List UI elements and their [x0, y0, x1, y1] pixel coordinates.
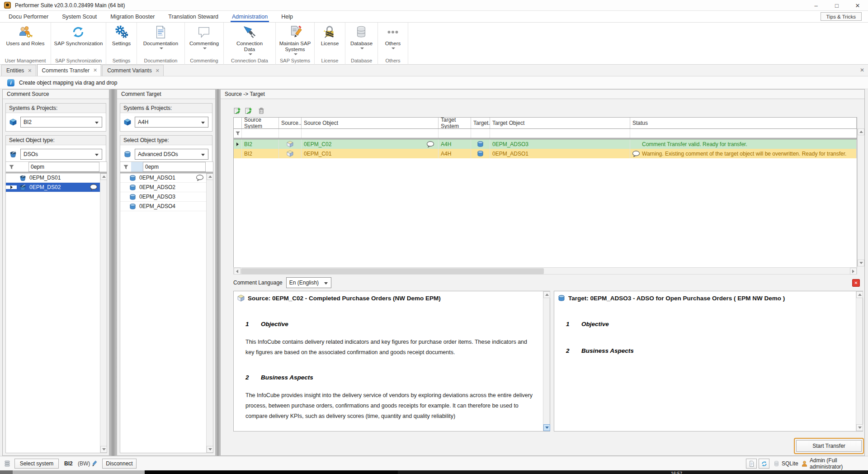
list-item-0epm-adso1[interactable]: 0EPM_ADSO1 — [120, 173, 213, 183]
minimize-button[interactable]: – — [806, 0, 826, 11]
scroll-right-button[interactable] — [850, 268, 857, 275]
close-tab-icon[interactable]: ✕ — [28, 68, 32, 74]
start-transfer-button[interactable]: Start Transfer — [796, 440, 862, 452]
tree-item-0epm-ds01[interactable]: 0EPM_DS01 — [6, 173, 107, 183]
menu-system-scout[interactable]: System Scout — [55, 11, 104, 23]
scrollbar-thumb[interactable] — [241, 268, 544, 274]
table-vertical-scrollbar[interactable] — [857, 128, 864, 266]
target-comment-scrollbar[interactable] — [856, 291, 863, 431]
col-target-type[interactable]: Target... — [471, 118, 490, 128]
disconnect-button[interactable]: Disconnect — [102, 459, 137, 469]
scroll-up-button[interactable] — [100, 173, 107, 180]
scroll-up-button[interactable] — [207, 173, 213, 180]
source-filter-input[interactable]: 0epm — [28, 162, 99, 172]
ribbon-commenting[interactable]: Commenting — [187, 23, 222, 57]
expander-icon[interactable] — [6, 185, 17, 189]
ribbon-users-and-roles[interactable]: Users and Roles — [3, 23, 47, 57]
ribbon-documentation[interactable]: Documentation — [141, 23, 181, 57]
filter-funnel-icon — [234, 129, 242, 138]
comment-language-select[interactable]: En (English) — [286, 277, 331, 288]
maximize-button[interactable]: □ — [826, 0, 847, 11]
menu-migration-booster[interactable]: Migration Booster — [104, 11, 161, 23]
scroll-down-button[interactable] — [856, 424, 863, 431]
ribbon-connection-data[interactable]: Connection Data — [231, 23, 269, 57]
scroll-down-button[interactable] — [543, 424, 550, 431]
lock-icon — [322, 24, 337, 40]
scroll-down-button[interactable] — [858, 260, 864, 266]
ribbon-group-sap-systems: Maintain SAP Systems SAP Systems — [276, 23, 315, 65]
mapping-row-warning[interactable]: BI2 0EPM_C01 A4H 0EPM_ADSO1 Warning. Exi… — [234, 149, 857, 158]
splitter-handle[interactable] — [109, 89, 117, 456]
source-system-select[interactable]: BI2 — [20, 117, 102, 128]
menu-translation-steward[interactable]: Translation Steward — [161, 11, 225, 23]
mapping-row-valid[interactable]: BI2 0EPM_C02 A4H 0EPM_ADSO3 Comment Tran… — [234, 139, 857, 149]
tab-entities[interactable]: Entities ✕ — [1, 65, 36, 76]
scroll-left-button[interactable] — [234, 268, 241, 275]
dso-icon — [9, 151, 17, 158]
comment-source-panel: Comment Source Systems & Projects: BI2 S… — [2, 89, 109, 456]
source-tree-scrollbar[interactable] — [100, 173, 107, 453]
taskbar-strip: 16:57 — [0, 470, 868, 474]
target-objecttype-groupbox: Select Object type: Advanced DSOs — [120, 135, 212, 164]
source-comment-scrollbar[interactable] — [543, 291, 550, 431]
target-list-scrollbar[interactable] — [206, 173, 213, 453]
col-source-type[interactable]: Source... — [279, 118, 302, 128]
close-tabbar-icon[interactable]: ✕ — [860, 67, 864, 73]
scroll-up-button[interactable] — [856, 291, 863, 298]
tab-comments-transfer[interactable]: Comments Transfer ✕ — [37, 64, 102, 76]
target-filter-row[interactable]: 0epm — [120, 162, 213, 172]
menu-docu-performer[interactable]: Docu Performer — [2, 11, 55, 23]
close-tab-icon[interactable]: ✕ — [156, 68, 160, 74]
scroll-up-button[interactable] — [543, 291, 550, 298]
sync-icon — [71, 24, 85, 40]
ribbon-settings[interactable]: Settings — [109, 23, 134, 57]
mapping-filter-row[interactable] — [234, 129, 857, 138]
target-system-select[interactable]: A4H — [135, 117, 208, 128]
target-systems-groupbox: Systems & Projects: A4H — [120, 103, 212, 132]
ribbon-sap-synchronization[interactable]: SAP Synchronization — [52, 23, 106, 57]
target-objecttype-select[interactable]: Advanced DSOs — [135, 149, 208, 160]
close-tab-icon[interactable]: ✕ — [93, 67, 97, 73]
close-comment-preview-button[interactable]: ✕ — [852, 279, 860, 287]
ribbon-database[interactable]: Database — [348, 23, 375, 57]
app-logo-icon — [4, 2, 11, 9]
table-horizontal-scrollbar[interactable] — [233, 267, 857, 275]
delete-mapping-button[interactable] — [258, 107, 265, 114]
adso-icon — [558, 294, 565, 302]
tab-comment-variants[interactable]: Comment Variants ✕ — [102, 65, 164, 76]
col-target-system[interactable]: Target System — [439, 118, 471, 128]
filter-funnel-icon — [6, 164, 17, 170]
ribbon-license[interactable]: License — [318, 23, 342, 57]
list-item-0epm-adso3[interactable]: 0EPM_ADSO3 — [120, 192, 213, 202]
col-source-system[interactable]: Source System — [242, 118, 279, 128]
transfer-all-button[interactable] — [245, 107, 252, 114]
list-item-0epm-adso4[interactable]: 0EPM_ADSO4 — [120, 202, 213, 211]
document-tab-bar: Entities ✕ Comments Transfer ✕ Comment V… — [0, 65, 868, 76]
log-document-button[interactable] — [746, 459, 757, 469]
menu-administration[interactable]: Administration — [225, 11, 274, 23]
scroll-up-button[interactable] — [858, 128, 864, 135]
edit-pencil-icon[interactable] — [91, 459, 98, 469]
dso-icon — [17, 184, 28, 191]
source-filter-row[interactable]: 0epm — [6, 162, 107, 172]
scroll-down-button[interactable] — [207, 446, 213, 453]
source-objecttype-select[interactable]: DSOs — [20, 149, 102, 160]
tips-tricks-button[interactable]: Tips & Tricks — [821, 12, 862, 21]
tree-item-0epm-ds02[interactable]: 0EPM_DS02 — [6, 183, 107, 192]
list-item-0epm-adso2[interactable]: 0EPM_ADSO2 — [120, 183, 213, 192]
target-filter-input[interactable]: 0epm — [143, 162, 206, 172]
scroll-down-button[interactable] — [100, 446, 107, 453]
ribbon-maintain-sap-systems[interactable]: Maintain SAP Systems — [276, 23, 315, 57]
col-target-object[interactable]: Target Object — [490, 118, 630, 128]
close-button[interactable]: ✕ — [847, 0, 868, 11]
select-system-button[interactable]: Select system — [14, 459, 59, 469]
ribbon-others[interactable]: Others — [382, 23, 404, 57]
transfer-selected-button[interactable] — [233, 107, 241, 114]
refresh-button[interactable] — [759, 459, 769, 469]
menu-help[interactable]: Help — [274, 11, 300, 23]
splitter-handle[interactable] — [216, 89, 220, 456]
comment-bubble-icon — [196, 175, 204, 181]
col-source-object[interactable]: Source Object — [302, 118, 439, 128]
main-menu: Docu Performer System Scout Migration Bo… — [0, 11, 868, 23]
col-status[interactable]: Status — [630, 118, 857, 128]
